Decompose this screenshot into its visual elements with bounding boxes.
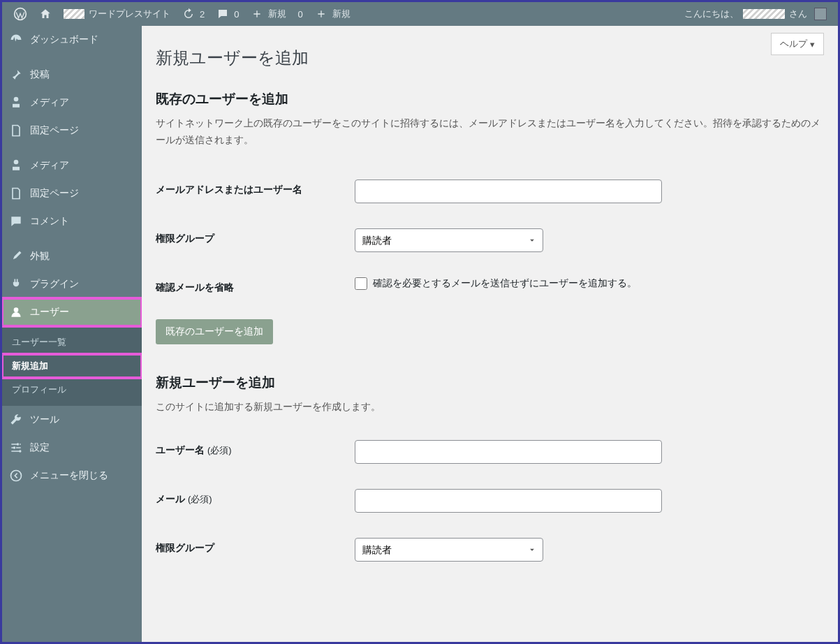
- existing-user-desc: サイトネットワーク上の既存のユーザーをこのサイトに招待するには、メールアドレスま…: [156, 115, 824, 149]
- user-icon: [9, 305, 23, 319]
- new-user-heading: 新規ユーザーを追加: [156, 374, 824, 392]
- site-name[interactable]: ワードプレスサイト: [58, 2, 176, 26]
- updates-count: 2: [200, 9, 205, 20]
- comments-bubble[interactable]: 0: [210, 2, 244, 26]
- sidebar-label: プラグイン: [30, 278, 79, 291]
- sidebar-label: ツール: [30, 414, 59, 426]
- required-text: (必須): [207, 445, 232, 455]
- label-role: 権限グループ: [156, 228, 355, 245]
- sidebar-label: コメント: [30, 215, 69, 228]
- sidebar-label: メディア: [30, 159, 69, 172]
- wordpress-icon: [13, 7, 27, 21]
- greeting-prefix: こんにちは、: [684, 8, 739, 20]
- comment-icon: [9, 214, 23, 228]
- greeting[interactable]: こんにちは、 さん: [679, 2, 832, 26]
- sliders-icon: [9, 441, 23, 455]
- svg-point-5: [11, 471, 22, 481]
- required-text: (必須): [188, 494, 212, 504]
- label-role-2: 権限グループ: [156, 538, 355, 555]
- skip-confirm-checkbox[interactable]: [355, 277, 367, 290]
- new-content-2[interactable]: 新規: [309, 2, 356, 26]
- wrench-icon: [9, 413, 23, 427]
- sidebar-item-pages-2[interactable]: 固定ページ: [2, 180, 142, 207]
- avatar-icon: [814, 8, 827, 20]
- new-count-text: 0: [297, 9, 302, 20]
- username-input[interactable]: [355, 440, 662, 464]
- sidebar-label: 固定ページ: [30, 124, 79, 137]
- update-icon: [182, 7, 196, 21]
- users-submenu: ユーザー一覧 新規追加 プロフィール: [2, 326, 142, 406]
- submenu-users-list[interactable]: ユーザー一覧: [2, 330, 142, 354]
- new-label-2: 新規: [332, 8, 351, 20]
- page-icon: [9, 186, 23, 200]
- sidebar-label: ダッシュボード: [30, 34, 98, 46]
- updates[interactable]: 2: [176, 2, 210, 26]
- skip-confirm-label[interactable]: 確認を必要とするメールを送信せずにユーザーを追加する。: [355, 277, 824, 290]
- comment-icon: [216, 7, 230, 21]
- plus-icon: [314, 7, 328, 21]
- media-icon: [9, 96, 23, 110]
- comments-count: 0: [234, 9, 239, 20]
- submenu-profile[interactable]: プロフィール: [2, 378, 142, 402]
- sidebar-label: ユーザー: [30, 306, 69, 319]
- label-username: ユーザー名 (必須): [156, 440, 355, 457]
- label-email-or-user: メールアドレスまたはユーザー名: [156, 180, 355, 196]
- button-label: 既存のユーザーを追加: [165, 325, 263, 337]
- sidebar-label: 固定ページ: [30, 187, 79, 200]
- new-content-1[interactable]: 新規: [244, 2, 292, 26]
- plug-icon: [9, 277, 23, 291]
- sidebar-item-plugins[interactable]: プラグイン: [2, 270, 142, 298]
- help-label: ヘルプ: [780, 38, 807, 50]
- email-or-user-input[interactable]: [355, 180, 662, 203]
- submenu-add-new[interactable]: 新規追加: [2, 354, 142, 378]
- help-tab[interactable]: ヘルプ ▾: [771, 33, 824, 55]
- sidebar-item-users[interactable]: ユーザー: [2, 298, 142, 326]
- add-existing-user-button[interactable]: 既存のユーザーを追加: [156, 319, 273, 344]
- dashboard-icon: [9, 33, 23, 47]
- sidebar-label: 投稿: [30, 68, 50, 81]
- sidebar-item-comments[interactable]: コメント: [2, 207, 142, 235]
- existing-user-heading: 既存のユーザーを追加: [156, 90, 824, 108]
- new-count[interactable]: 0: [292, 2, 308, 26]
- redacted-username: [743, 9, 785, 19]
- page-title: 新規ユーザーを追加: [156, 26, 824, 82]
- sidebar-item-appearance[interactable]: 外観: [2, 242, 142, 270]
- svg-point-4: [19, 450, 21, 452]
- skip-confirm-text: 確認を必要とするメールを送信せずにユーザーを追加する。: [373, 277, 637, 290]
- label-email: メール (必須): [156, 489, 355, 506]
- new-user-desc: このサイトに追加する新規ユーザーを作成します。: [156, 399, 824, 416]
- page-icon: [9, 124, 23, 138]
- sidebar-label: 設定: [30, 441, 50, 454]
- sidebar-item-settings[interactable]: 設定: [2, 434, 142, 462]
- wp-logo[interactable]: [8, 2, 33, 26]
- home-link[interactable]: [33, 2, 58, 26]
- sidebar-item-media-2[interactable]: メディア: [2, 152, 142, 180]
- role-select-2[interactable]: 購読者: [355, 538, 543, 562]
- email-input[interactable]: [355, 489, 662, 513]
- role-select[interactable]: 購読者: [355, 228, 543, 252]
- sidebar-label: メニューを閉じる: [30, 469, 108, 482]
- sidebar-item-tools[interactable]: ツール: [2, 406, 142, 434]
- sidebar-item-dashboard[interactable]: ダッシュボード: [2, 26, 142, 54]
- sidebar-label: 外観: [30, 250, 50, 263]
- label-skip-confirm: 確認メールを省略: [156, 277, 355, 294]
- submenu-label: ユーザー一覧: [12, 337, 66, 347]
- sidebar-label: メディア: [30, 96, 69, 109]
- svg-point-3: [13, 446, 15, 448]
- sidebar-item-posts[interactable]: 投稿: [2, 61, 142, 89]
- submenu-label: プロフィール: [12, 384, 66, 395]
- new-label-1: 新規: [268, 8, 286, 20]
- brush-icon: [9, 249, 23, 263]
- sidebar-collapse[interactable]: メニューを閉じる: [2, 462, 142, 490]
- content-area: ヘルプ ▾ 新規ユーザーを追加 既存のユーザーを追加 サイトネットワーク上の既存…: [142, 26, 838, 642]
- admin-bar: ワードプレスサイト 2 0 新規 0 新規: [2, 2, 838, 26]
- admin-sidebar: ダッシュボード 投稿 メディア 固定ページ メディア 固定ページ: [2, 26, 142, 642]
- redacted-icon: [64, 9, 84, 19]
- label-text: ユーザー名: [156, 444, 205, 455]
- label-text: メール: [156, 493, 185, 504]
- sidebar-item-pages-1[interactable]: 固定ページ: [2, 117, 142, 145]
- chevron-down-icon: ▾: [810, 39, 815, 50]
- site-name-text: ワードプレスサイト: [89, 8, 170, 20]
- sidebar-item-media-1[interactable]: メディア: [2, 89, 142, 117]
- svg-point-1: [14, 307, 19, 312]
